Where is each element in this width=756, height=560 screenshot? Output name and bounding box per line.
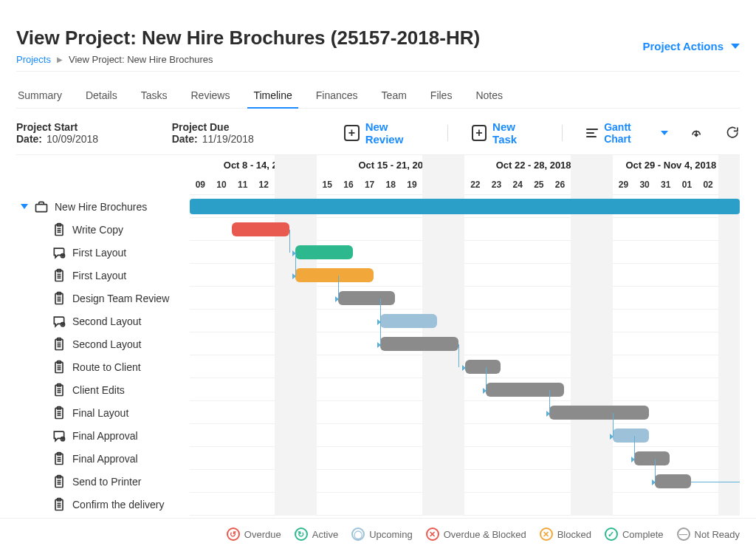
gantt-bar[interactable] bbox=[338, 291, 395, 305]
briefcase-icon bbox=[34, 199, 49, 215]
gantt-bar[interactable] bbox=[486, 383, 564, 397]
tree-item[interactable]: Write Copy bbox=[16, 218, 190, 241]
tab-timeline[interactable]: Timeline bbox=[252, 86, 293, 108]
gantt-row bbox=[190, 332, 740, 355]
legend-item: ↻Active bbox=[295, 527, 338, 541]
gantt-bar[interactable] bbox=[655, 474, 691, 488]
tree-item[interactable]: Second Layout bbox=[16, 332, 190, 355]
tree-item-label: Final Layout bbox=[72, 407, 128, 419]
dependency-line bbox=[295, 253, 296, 276]
tree-item[interactable]: Final Approval bbox=[16, 447, 190, 470]
gantt-project-bar[interactable] bbox=[190, 199, 740, 214]
tree-item-label: Final Approval bbox=[72, 453, 138, 465]
legend-item: ✕Overdue & Blocked bbox=[426, 527, 526, 541]
legend-label: Overdue & Blocked bbox=[444, 529, 526, 540]
tree-item[interactable]: Second Layout bbox=[16, 310, 190, 332]
tab-files[interactable]: Files bbox=[429, 86, 454, 108]
tree-item-label: Send to Printer bbox=[72, 476, 141, 488]
gantt-bar[interactable] bbox=[634, 451, 670, 465]
tab-team[interactable]: Team bbox=[380, 86, 408, 108]
clipboard-icon bbox=[52, 382, 66, 398]
clipboard-icon bbox=[52, 336, 66, 352]
legend-icon: ◯ bbox=[351, 527, 365, 541]
legend-label: Upcoming bbox=[369, 529, 413, 540]
gantt-bar[interactable] bbox=[613, 428, 649, 443]
gantt-bar[interactable] bbox=[380, 314, 437, 328]
day-header: 17 bbox=[359, 180, 380, 190]
clipboard-icon bbox=[52, 222, 66, 238]
gantt-bar[interactable] bbox=[295, 245, 352, 259]
tree-item[interactable]: Route to Client bbox=[16, 355, 190, 378]
tree-item[interactable]: Confirm the delivery bbox=[16, 493, 190, 516]
tree-item-label: Final Approval bbox=[72, 430, 138, 442]
tab-reviews[interactable]: Reviews bbox=[190, 86, 232, 108]
tree-item-label: Second Layout bbox=[72, 315, 141, 327]
day-header: 09 bbox=[190, 180, 211, 190]
tree-item[interactable]: Design Team Review bbox=[16, 287, 190, 310]
gantt-chart-dropdown[interactable]: Gantt Chart bbox=[586, 121, 668, 145]
gantt-row bbox=[190, 241, 740, 264]
tab-list: SummaryDetailsTasksReviewsTimelineFinanc… bbox=[16, 72, 740, 109]
dependency-line bbox=[380, 298, 381, 321]
tab-details[interactable]: Details bbox=[84, 86, 119, 108]
new-review-button[interactable]: + New Review bbox=[344, 120, 424, 146]
gantt-row bbox=[190, 310, 740, 332]
project-actions-button[interactable]: Project Actions bbox=[643, 27, 740, 52]
refresh-button[interactable] bbox=[725, 125, 740, 141]
gantt-bar[interactable] bbox=[549, 406, 649, 420]
tree-item-label: Design Team Review bbox=[72, 293, 169, 304]
gantt-row bbox=[190, 493, 740, 516]
dependency-line bbox=[691, 482, 740, 482]
tree-item[interactable]: Final Layout bbox=[16, 401, 190, 424]
day-header: 29 bbox=[613, 180, 634, 190]
legend-icon: — bbox=[677, 527, 690, 541]
tree-root[interactable]: New Hire Brochures bbox=[16, 195, 190, 218]
due-date: Project Due Date:11/19/2018 bbox=[172, 121, 303, 145]
gantt-bar[interactable] bbox=[380, 337, 458, 351]
legend-item: ✓Complete bbox=[605, 527, 664, 541]
tree-item-label: Confirm the delivery bbox=[72, 499, 165, 511]
review-icon bbox=[52, 245, 66, 261]
tree-item-label: Second Layout bbox=[72, 338, 141, 350]
tab-summary[interactable]: Summary bbox=[16, 86, 63, 108]
tab-notes[interactable]: Notes bbox=[474, 86, 504, 108]
dependency-line bbox=[634, 436, 635, 459]
gantt-icon bbox=[586, 129, 598, 137]
legend-item: ◯Upcoming bbox=[351, 527, 413, 541]
caret-down-icon bbox=[661, 131, 668, 135]
breadcrumb-root[interactable]: Projects bbox=[16, 54, 51, 65]
tab-tasks[interactable]: Tasks bbox=[140, 86, 169, 108]
tab-finances[interactable]: Finances bbox=[315, 86, 360, 108]
gantt-bar[interactable] bbox=[295, 268, 374, 282]
day-header: 11 bbox=[232, 180, 253, 190]
clipboard-icon bbox=[52, 290, 66, 307]
legend-icon: ✕ bbox=[426, 527, 439, 541]
review-icon bbox=[52, 428, 66, 444]
legend-label: Blocked bbox=[557, 529, 591, 540]
dependency-line bbox=[338, 276, 339, 298]
breadcrumb-current: View Project: New Hire Brochures bbox=[69, 54, 213, 65]
tree-item[interactable]: First Layout bbox=[16, 241, 190, 264]
dependency-arrow bbox=[546, 411, 550, 417]
day-header: 26 bbox=[549, 180, 571, 190]
plus-icon: + bbox=[344, 125, 359, 141]
tree-item[interactable]: Send to Printer bbox=[16, 470, 190, 493]
legend-icon: ↺ bbox=[227, 527, 240, 541]
gantt-row bbox=[190, 401, 740, 424]
day-header: 18 bbox=[380, 180, 402, 190]
tree-item[interactable]: Client Edits bbox=[16, 378, 190, 401]
gantt-bar[interactable] bbox=[465, 360, 501, 374]
gantt-bar[interactable] bbox=[232, 222, 289, 236]
tree-item[interactable]: First Layout bbox=[16, 264, 190, 287]
legend-item: —Not Ready bbox=[677, 527, 740, 541]
dependency-arrow bbox=[652, 479, 656, 485]
new-task-button[interactable]: + New Task bbox=[472, 120, 538, 146]
download-button[interactable] bbox=[689, 125, 704, 141]
day-header: 19 bbox=[402, 180, 423, 190]
breadcrumb: Projects ▶ View Project: New Hire Brochu… bbox=[16, 54, 480, 65]
day-header: 22 bbox=[465, 180, 487, 190]
legend-item: ↺Overdue bbox=[227, 527, 281, 541]
legend-label: Not Ready bbox=[695, 529, 740, 540]
gantt-row bbox=[190, 264, 740, 287]
tree-item[interactable]: Final Approval bbox=[16, 424, 190, 447]
